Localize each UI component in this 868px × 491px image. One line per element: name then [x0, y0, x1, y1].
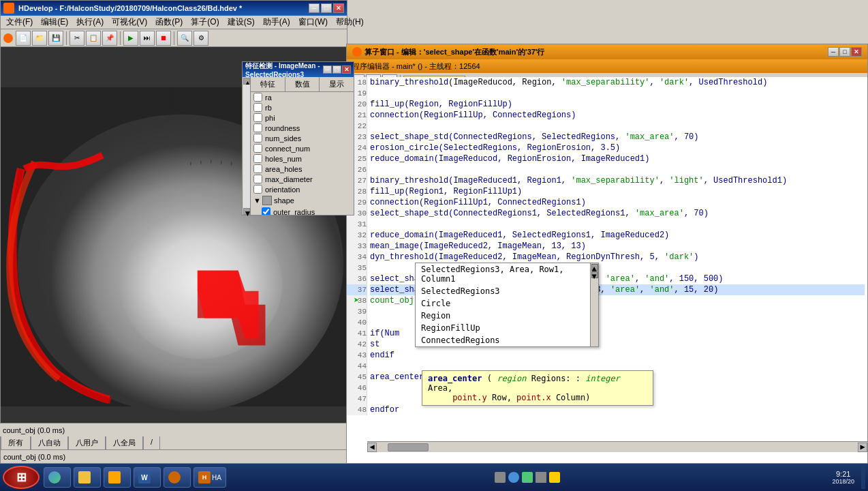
- feature-outer-radius: outer_radius: [251, 207, 354, 215]
- autocomplete-dropdown[interactable]: SelectedRegions3, Area, Row1, Column1 Se…: [415, 263, 599, 347]
- main-window: HDevelop - F:/HalconStudy/20180709/Halco…: [0, 0, 868, 464]
- feature-holes-num-check[interactable]: [253, 154, 262, 163]
- halcon-label: HA: [212, 474, 221, 481]
- taskbar-explorer[interactable]: [74, 467, 101, 488]
- feature-roundness-check[interactable]: [253, 123, 262, 132]
- horizontal-scrollbar[interactable]: ◀ ▶: [367, 441, 867, 452]
- feature-area-holes-check[interactable]: [253, 164, 262, 173]
- tooltip-column: Column): [556, 393, 591, 402]
- feature-max-diameter-check[interactable]: [253, 175, 262, 183]
- feature-phi-check[interactable]: [253, 113, 262, 122]
- menu-exec[interactable]: 执行(A): [72, 15, 108, 29]
- code-line-24: erosion_circle(SelectedRegions, RegionEr…: [370, 143, 865, 153]
- ac-scrollbar[interactable]: ▲ ▼: [590, 263, 598, 346]
- menu-func[interactable]: 函数(P): [151, 15, 187, 29]
- hscroll-thumb[interactable]: [388, 443, 429, 451]
- feature-outer-radius-check[interactable]: [262, 207, 270, 215]
- code-line-18: binary_threshold(ImageReducod, Region, '…: [370, 77, 865, 88]
- step-button[interactable]: ⏭: [140, 31, 155, 46]
- tooltip-type2: integer: [585, 374, 620, 383]
- ac-item-0[interactable]: SelectedRegions3, Area, Row1, Column1: [416, 263, 598, 285]
- ac-scroll-up[interactable]: ▲: [591, 264, 598, 271]
- feature-ra: ra: [251, 92, 354, 102]
- scroll-up-arrow[interactable]: ▲: [243, 78, 250, 85]
- editor-minimize[interactable]: ─: [828, 47, 839, 57]
- tab-global[interactable]: 八全局: [106, 436, 143, 449]
- scroll-track: [243, 85, 250, 208]
- browser-icon: [48, 471, 61, 483]
- editor-close[interactable]: ✕: [851, 47, 862, 57]
- feature-list: ra rb phi roundness num_sides: [251, 92, 354, 215]
- zoom-in-button[interactable]: 🔍: [177, 31, 192, 46]
- feature-orientation-check[interactable]: [253, 185, 262, 194]
- menu-op[interactable]: 算子(O): [187, 15, 223, 29]
- ac-item-5[interactable]: ConnectedRegions: [416, 334, 598, 346]
- menu-build[interactable]: 建设(S): [223, 15, 259, 29]
- code-line-20: fill_up(Region, RegionFillUp): [370, 99, 865, 110]
- new-button[interactable]: 📄: [16, 31, 31, 46]
- menu-visual[interactable]: 可视化(V): [108, 15, 151, 29]
- status-left: count_obj (0.0 ms): [3, 426, 65, 434]
- close-button[interactable]: ✕: [333, 3, 344, 13]
- tooltip-row: Row,: [492, 393, 516, 402]
- taskbar-folder[interactable]: [104, 467, 131, 488]
- show-desktop-button[interactable]: [861, 466, 865, 489]
- menu-edit[interactable]: 编辑(E): [37, 15, 72, 29]
- feature-col-value: 数值: [285, 77, 320, 91]
- code-line-30: select_shape_std(ConnectedRegions1, Sele…: [370, 208, 865, 219]
- menu-help2[interactable]: 助手(A): [259, 15, 294, 29]
- copy-button[interactable]: 📋: [86, 31, 101, 46]
- feat-restore[interactable]: □: [332, 65, 341, 74]
- clock-date: 2018/20: [832, 478, 854, 485]
- feature-connect-num-check[interactable]: [253, 144, 262, 153]
- menu-file[interactable]: 文件(F): [2, 15, 37, 29]
- feat-close[interactable]: ✕: [342, 65, 351, 74]
- feature-ra-check[interactable]: [253, 93, 262, 102]
- editor-restore[interactable]: □: [839, 47, 850, 57]
- run-button[interactable]: ▶: [123, 31, 138, 46]
- ac-item-1[interactable]: SelectedRegions3: [416, 285, 598, 297]
- feature-rb-check[interactable]: [253, 103, 262, 112]
- ac-item-4[interactable]: RegionFillUp: [416, 322, 598, 334]
- taskbar-app1[interactable]: [164, 467, 191, 488]
- taskbar-word[interactable]: W: [134, 467, 161, 488]
- hscroll-right[interactable]: ▶: [858, 443, 867, 452]
- cut-button[interactable]: ✂: [69, 31, 84, 46]
- stop-button[interactable]: ⏹: [156, 31, 171, 46]
- taskbar-browser[interactable]: [44, 467, 71, 488]
- tab-user[interactable]: 八用户: [68, 436, 106, 449]
- tray-battery: [549, 472, 560, 483]
- menu-window[interactable]: 窗口(W): [294, 15, 332, 29]
- ac-item-3[interactable]: Region: [416, 310, 598, 322]
- code-line-31: [370, 219, 865, 230]
- feature-orientation: orientation: [251, 184, 354, 194]
- tab-all[interactable]: 所有: [1, 436, 31, 449]
- save-button[interactable]: 💾: [48, 31, 63, 46]
- feature-num-sides-check[interactable]: [253, 134, 262, 143]
- ac-item-2[interactable]: Circle: [416, 297, 598, 310]
- restore-button[interactable]: □: [321, 3, 332, 13]
- minimize-button[interactable]: ─: [309, 3, 320, 13]
- menu-bar: 文件(F) 编辑(E) 执行(A) 可视化(V) 函数(P) 算子(O) 建设(…: [1, 16, 347, 29]
- feature-vscroll[interactable]: ▲ ▼: [243, 77, 251, 215]
- app1-icon: [168, 471, 181, 483]
- app-logo-icon: [3, 33, 13, 43]
- settings-button[interactable]: ⚙: [193, 31, 208, 46]
- start-button[interactable]: ⊞: [3, 466, 40, 489]
- feat-minimize[interactable]: ─: [323, 65, 332, 74]
- paste-button[interactable]: 📌: [102, 31, 117, 46]
- open-button[interactable]: 📁: [32, 31, 47, 46]
- feature-area-holes: area_holes: [251, 164, 354, 174]
- word-icon: W: [138, 471, 151, 483]
- section-arrow: ▼: [253, 196, 261, 205]
- tooltip-param1: Regions: :: [531, 374, 585, 383]
- editor-controls: ─ □ ✕: [828, 47, 862, 57]
- hscroll-left[interactable]: ◀: [367, 443, 377, 452]
- ac-scroll-down[interactable]: ▼: [591, 271, 598, 278]
- section-icon: [262, 196, 272, 205]
- taskbar-halcon[interactable]: H HA: [193, 467, 226, 488]
- tab-bar: 所有 八自动 八用户 八全局 /: [1, 436, 347, 449]
- tab-auto[interactable]: 八自动: [31, 436, 68, 449]
- menu-help[interactable]: 帮助(H): [332, 15, 368, 29]
- scroll-down-arrow[interactable]: ▼: [243, 208, 250, 215]
